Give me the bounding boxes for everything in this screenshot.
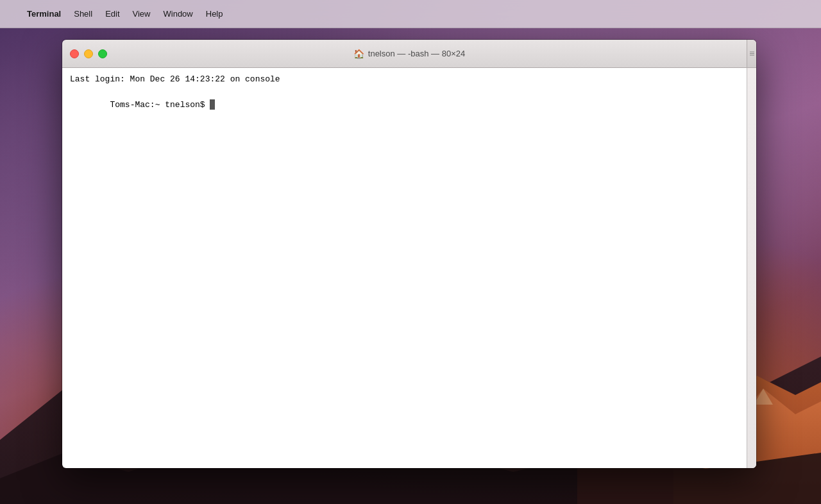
apple-menu[interactable]	[5, 12, 15, 17]
terminal-window: 🏠 tnelson — -bash — 80×24 Last login: Mo…	[62, 40, 756, 468]
maximize-button[interactable]	[98, 49, 107, 58]
window-title: tnelson — -bash — 80×24	[368, 49, 465, 58]
scrollbar-top-indicator	[747, 40, 756, 67]
title-bar-icon: 🏠	[353, 49, 364, 59]
minimize-button[interactable]	[84, 49, 93, 58]
menubar-shell[interactable]: Shell	[67, 6, 99, 21]
menubar-edit[interactable]: Edit	[99, 6, 126, 21]
menubar-view[interactable]: View	[126, 6, 157, 21]
terminal-text-area[interactable]: Last login: Mon Dec 26 14:23:22 on conso…	[62, 68, 747, 468]
lines-icon	[749, 51, 755, 56]
close-button[interactable]	[70, 49, 79, 58]
menubar-help[interactable]: Help	[199, 6, 230, 21]
terminal-scrollbar[interactable]	[747, 68, 756, 468]
terminal-content[interactable]: Last login: Mon Dec 26 14:23:22 on conso…	[62, 68, 756, 468]
terminal-line-2: Toms-Mac:~ tnelson$	[70, 86, 739, 124]
traffic-lights	[70, 49, 107, 58]
menubar-terminal[interactable]: Terminal	[21, 6, 67, 21]
scrollbar-track[interactable]	[747, 68, 756, 468]
menubar: Terminal Shell Edit View Window Help	[0, 0, 821, 28]
title-bar-text: 🏠 tnelson — -bash — 80×24	[353, 49, 465, 59]
terminal-line-1: Last login: Mon Dec 26 14:23:22 on conso…	[70, 73, 739, 86]
menubar-window[interactable]: Window	[157, 6, 199, 21]
title-bar: 🏠 tnelson — -bash — 80×24	[62, 40, 756, 68]
terminal-cursor	[210, 99, 215, 110]
